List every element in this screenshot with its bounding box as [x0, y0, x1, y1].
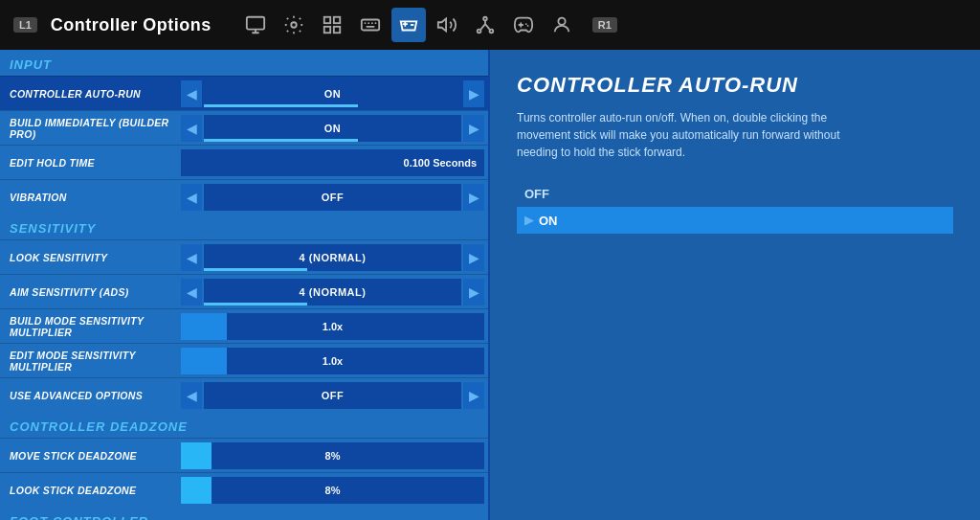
network-icon[interactable]: [468, 8, 502, 42]
slider-bar-look-sensitivity: [204, 268, 307, 271]
deadzone-fill-move-stick-deadzone: [181, 442, 212, 469]
setting-label-look-stick-deadzone: LOOK STICK DEADZONE: [4, 485, 181, 496]
setting-row-build-immediately[interactable]: BUILD IMMEDIATELY (BUILDER PRO)◀ON▶: [0, 110, 488, 145]
setting-row-edit-mode-multi[interactable]: EDIT MODE SENSITIVITY MULTIPLIER1.0x: [0, 343, 488, 377]
arrow-right-look-sensitivity[interactable]: ▶: [463, 244, 484, 271]
value-text-build-immediately: ON: [324, 123, 342, 134]
svg-point-9: [478, 30, 481, 34]
setting-control-build-immediately: ◀ON▶: [181, 115, 484, 142]
value-box-look-sensitivity: 4 (NORMAL): [204, 244, 461, 271]
setting-control-controller-auto-run: ◀ON▶: [181, 80, 484, 107]
keyboard-icon[interactable]: [353, 8, 388, 42]
detail-title: CONTROLLER AUTO-RUN: [517, 73, 953, 98]
setting-control-edit-mode-multi: 1.0x: [181, 348, 484, 374]
svg-rect-6: [362, 20, 379, 31]
svg-point-12: [527, 25, 529, 27]
value-box-build-immediately: ON: [204, 115, 461, 142]
setting-row-move-stick-deadzone[interactable]: MOVE STICK DEADZONE8%: [0, 438, 488, 472]
deadzone-text-move-stick-deadzone: 8%: [325, 450, 341, 462]
setting-label-advanced-options: USE ADVANCED OPTIONS: [4, 390, 181, 401]
arrow-right-controller-auto-run[interactable]: ▶: [463, 80, 484, 107]
simple-bar-fill-build-mode-multi: [181, 313, 227, 340]
text-input-edit-hold-time[interactable]: 0.100 Seconds: [181, 149, 484, 176]
setting-row-look-stick-deadzone[interactable]: LOOK STICK DEADZONE8%: [0, 472, 488, 507]
arrow-right-build-immediately[interactable]: ▶: [463, 115, 484, 142]
section-header-controller-deadzone: CONTROLLER DEADZONE: [0, 412, 488, 438]
simple-bar-text-edit-mode-multi: 1.0x: [323, 355, 343, 367]
controller-icon[interactable]: [391, 8, 426, 42]
setting-row-edit-hold-time[interactable]: EDIT HOLD TIME0.100 Seconds: [0, 145, 488, 179]
svg-rect-5: [334, 27, 340, 33]
setting-label-vibration: VIBRATION: [4, 192, 181, 203]
arrow-left-build-immediately[interactable]: ◀: [181, 115, 202, 142]
detail-option-on[interactable]: ▶ ON: [517, 207, 953, 234]
gear-icon[interactable]: [277, 8, 311, 42]
section-header-foot-controller: FOOT CONTROLLER: [0, 507, 488, 520]
detail-option-off[interactable]: OFF: [517, 180, 953, 207]
gamepad-icon[interactable]: [506, 8, 541, 42]
svg-point-8: [483, 17, 487, 21]
setting-control-look-sensitivity: ◀4 (NORMAL)▶: [181, 244, 484, 271]
setting-row-build-mode-multi[interactable]: BUILD MODE SENSITIVITY MULTIPLIER1.0x: [0, 308, 488, 343]
speaker-icon[interactable]: [430, 8, 464, 42]
value-box-vibration: OFF: [204, 184, 461, 211]
setting-label-look-sensitivity: LOOK SENSITIVITY: [4, 252, 181, 263]
arrow-left-vibration[interactable]: ◀: [181, 184, 202, 211]
value-box-aim-sensitivity: 4 (NORMAL): [204, 279, 461, 305]
arrow-left-aim-sensitivity[interactable]: ◀: [181, 279, 202, 305]
window-title: Controller Options: [51, 15, 212, 35]
value-box-controller-auto-run: ON: [204, 80, 461, 107]
simple-bar-edit-mode-multi[interactable]: 1.0x: [181, 348, 484, 374]
text-value-edit-hold-time: 0.100 Seconds: [404, 157, 477, 169]
setting-control-advanced-options: ◀OFF▶: [181, 382, 484, 409]
setting-row-look-sensitivity[interactable]: LOOK SENSITIVITY◀4 (NORMAL)▶: [0, 239, 488, 274]
value-text-advanced-options: OFF: [322, 390, 345, 401]
slider-bar-build-immediately: [204, 139, 358, 142]
slider-bar-controller-auto-run: [204, 104, 358, 107]
setting-control-move-stick-deadzone: 8%: [181, 442, 484, 469]
setting-row-aim-sensitivity[interactable]: AIM SENSITIVITY (ADS)◀4 (NORMAL)▶: [0, 274, 488, 308]
value-text-controller-auto-run: ON: [324, 88, 342, 100]
section-header-input: INPUT: [0, 50, 488, 76]
monitor-icon[interactable]: [238, 8, 273, 42]
value-text-vibration: OFF: [322, 192, 345, 203]
svg-rect-3: [334, 17, 340, 23]
slider-bar-aim-sensitivity: [204, 303, 307, 305]
arrow-left-advanced-options[interactable]: ◀: [181, 382, 202, 409]
detail-option-list: OFF▶ ON: [517, 180, 953, 234]
arrow-right-aim-sensitivity[interactable]: ▶: [463, 279, 484, 305]
grid-icon[interactable]: [315, 8, 349, 42]
simple-bar-fill-edit-mode-multi: [181, 348, 227, 374]
deadzone-bar-look-stick-deadzone[interactable]: 8%: [181, 477, 484, 504]
setting-row-advanced-options[interactable]: USE ADVANCED OPTIONS◀OFF▶: [0, 377, 488, 412]
simple-bar-text-build-mode-multi: 1.0x: [323, 321, 343, 332]
setting-label-move-stick-deadzone: MOVE STICK DEADZONE: [4, 450, 181, 462]
setting-label-controller-auto-run: CONTROLLER AUTO-RUN: [4, 88, 181, 100]
svg-marker-7: [438, 19, 446, 32]
setting-control-aim-sensitivity: ◀4 (NORMAL)▶: [181, 279, 484, 305]
value-text-look-sensitivity: 4 (NORMAL): [300, 252, 367, 263]
r1-badge[interactable]: R1: [592, 17, 617, 33]
svg-point-1: [291, 22, 297, 28]
left-panel: INPUTCONTROLLER AUTO-RUN◀ON▶BUILD IMMEDI…: [0, 50, 488, 520]
setting-row-vibration[interactable]: VIBRATION◀OFF▶: [0, 179, 488, 214]
right-panel: CONTROLLER AUTO-RUN Turns controller aut…: [490, 50, 980, 520]
deadzone-bar-move-stick-deadzone[interactable]: 8%: [181, 442, 484, 469]
arrow-right-vibration[interactable]: ▶: [463, 184, 484, 211]
arrow-right-advanced-options[interactable]: ▶: [463, 382, 484, 409]
main-layout: INPUTCONTROLLER AUTO-RUN◀ON▶BUILD IMMEDI…: [0, 50, 980, 520]
svg-point-10: [489, 30, 493, 34]
setting-label-aim-sensitivity: AIM SENSITIVITY (ADS): [4, 286, 181, 298]
setting-control-edit-hold-time: 0.100 Seconds: [181, 149, 484, 176]
user-icon[interactable]: [545, 8, 579, 42]
l1-badge[interactable]: L1: [13, 17, 37, 33]
arrow-left-look-sensitivity[interactable]: ◀: [181, 244, 202, 271]
svg-rect-2: [324, 17, 330, 23]
simple-bar-build-mode-multi[interactable]: 1.0x: [181, 313, 484, 340]
setting-row-controller-auto-run[interactable]: CONTROLLER AUTO-RUN◀ON▶: [0, 76, 488, 110]
arrow-left-controller-auto-run[interactable]: ◀: [181, 80, 202, 107]
detail-option-label-on: ON: [539, 214, 558, 228]
setting-label-build-mode-multi: BUILD MODE SENSITIVITY MULTIPLIER: [4, 315, 181, 338]
svg-point-11: [525, 23, 527, 25]
setting-label-build-immediately: BUILD IMMEDIATELY (BUILDER PRO): [4, 117, 181, 140]
